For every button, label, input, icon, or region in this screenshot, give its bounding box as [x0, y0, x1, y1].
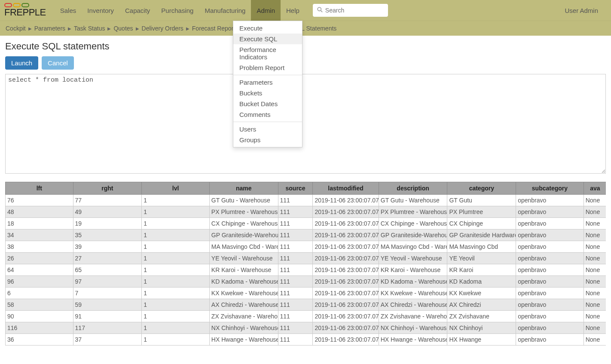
column-header-category[interactable]: category: [447, 182, 516, 195]
sql-textarea[interactable]: [5, 74, 606, 174]
cell-name[interactable]: KR Karoi - Warehouse: [209, 264, 278, 276]
column-header-name[interactable]: name: [209, 182, 278, 195]
search-box[interactable]: [313, 4, 388, 17]
dropdown-item-execute-sql[interactable]: Execute SQL: [233, 34, 302, 44]
nav-item-capacity[interactable]: Capacity: [119, 0, 156, 21]
cell-lvl[interactable]: 1: [142, 288, 210, 299]
cell-category[interactable]: GT Gutu: [447, 195, 516, 206]
table-row[interactable]: 48491PX Plumtree - Warehouse1112019-11-0…: [6, 206, 606, 218]
table-row[interactable]: 18191CX Chipinge - Warehouse1112019-11-0…: [6, 218, 606, 229]
cell-source[interactable]: 111: [278, 322, 313, 334]
cell-description[interactable]: YE Yeovil - Warehouse: [379, 253, 447, 264]
column-header-ava[interactable]: ava: [584, 182, 606, 195]
cell-source[interactable]: 111: [278, 299, 313, 311]
cell-category[interactable]: KD Kadoma: [447, 276, 516, 288]
table-row[interactable]: 64651KR Karoi - Warehouse1112019-11-06 2…: [6, 264, 606, 276]
cell-subcategory[interactable]: openbravo: [516, 218, 584, 229]
cell-source[interactable]: 111: [278, 229, 313, 241]
cell-subcategory[interactable]: openbravo: [516, 206, 584, 218]
cell-description[interactable]: KX Kwekwe - Warehouse: [379, 288, 447, 299]
cell-subcategory[interactable]: openbravo: [516, 299, 584, 311]
cell-lastmodified[interactable]: 2019-11-06 23:00:07.079: [313, 322, 379, 334]
cell-rght[interactable]: 27: [73, 253, 142, 264]
cell-category[interactable]: AX Chiredzi: [447, 299, 516, 311]
cell-lft[interactable]: 90: [6, 311, 73, 322]
cell-name[interactable]: ZX Zvishavane - Warehouse: [209, 311, 278, 322]
cell-rght[interactable]: 91: [73, 311, 142, 322]
cell-name[interactable]: HX Hwange - Warehouse: [209, 334, 278, 346]
cell-lvl[interactable]: 1: [142, 311, 210, 322]
user-menu[interactable]: User Admin: [565, 7, 598, 14]
cell-lft[interactable]: 64: [6, 264, 73, 276]
cell-lastmodified[interactable]: 2019-11-06 23:00:07.079: [313, 288, 379, 299]
cell-description[interactable]: CX Chipinge - Warehouse: [379, 218, 447, 229]
cell-subcategory[interactable]: openbravo: [516, 334, 584, 346]
cell-category[interactable]: NX Chinhoyi: [447, 322, 516, 334]
dropdown-item-parameters[interactable]: Parameters: [233, 77, 302, 88]
cell-source[interactable]: 111: [278, 276, 313, 288]
cell-category[interactable]: HX Hwange: [447, 334, 516, 346]
table-row[interactable]: 96971KD Kadoma - Warehouse1112019-11-06 …: [6, 276, 606, 288]
breadcrumb-item[interactable]: Task Status: [73, 25, 106, 32]
dropdown-item-problem-report[interactable]: Problem Report: [233, 62, 302, 73]
cell-category[interactable]: KR Karoi: [447, 264, 516, 276]
table-row[interactable]: 38391MA Masvingo Cbd - Warehouse1112019-…: [6, 241, 606, 253]
cell-lvl[interactable]: 1: [142, 241, 210, 253]
dropdown-item-execute[interactable]: Execute: [233, 23, 302, 34]
cell-category[interactable]: GP Graniteside Hardware: [447, 229, 516, 241]
breadcrumb-item[interactable]: Delivery Orders: [141, 25, 185, 32]
nav-item-admin[interactable]: Admin: [251, 0, 281, 21]
cell-description[interactable]: PX Plumtree - Warehouse: [379, 206, 447, 218]
cell-lastmodified[interactable]: 2019-11-06 23:00:07.079: [313, 299, 379, 311]
column-header-description[interactable]: description: [379, 182, 447, 195]
cell-name[interactable]: KX Kwekwe - Warehouse: [209, 288, 278, 299]
cell-name[interactable]: KD Kadoma - Warehouse: [209, 276, 278, 288]
cell-lvl[interactable]: 1: [142, 276, 210, 288]
cell-lastmodified[interactable]: 2019-11-06 23:00:07.079: [313, 334, 379, 346]
cell-source[interactable]: 111: [278, 195, 313, 206]
cell-lvl[interactable]: 1: [142, 264, 210, 276]
cell-rght[interactable]: 59: [73, 299, 142, 311]
cell-rght[interactable]: 37: [73, 334, 142, 346]
table-row[interactable]: 1161171NX Chinhoyi - Warehouse1112019-11…: [6, 322, 606, 334]
cell-rght[interactable]: 49: [73, 206, 142, 218]
cell-lvl[interactable]: 1: [142, 206, 210, 218]
cell-source[interactable]: 111: [278, 241, 313, 253]
cell-source[interactable]: 111: [278, 253, 313, 264]
cell-name[interactable]: CX Chipinge - Warehouse: [209, 218, 278, 229]
cell-category[interactable]: PX Plumtree: [447, 206, 516, 218]
cell-rght[interactable]: 19: [73, 218, 142, 229]
cell-name[interactable]: MA Masvingo Cbd - Warehouse: [209, 241, 278, 253]
cell-subcategory[interactable]: openbravo: [516, 253, 584, 264]
table-row[interactable]: 671KX Kwekwe - Warehouse1112019-11-06 23…: [6, 288, 606, 299]
table-row[interactable]: 36371HX Hwange - Warehouse1112019-11-06 …: [6, 334, 606, 346]
cell-category[interactable]: MA Masvingo Cbd: [447, 241, 516, 253]
cell-subcategory[interactable]: openbravo: [516, 195, 584, 206]
cell-rght[interactable]: 7: [73, 288, 142, 299]
column-header-source[interactable]: source: [278, 182, 313, 195]
cell-description[interactable]: HX Hwange - Warehouse: [379, 334, 447, 346]
cell-source[interactable]: 111: [278, 288, 313, 299]
dropdown-item-groups[interactable]: Groups: [233, 135, 302, 145]
cell-category[interactable]: ZX Zvishavane: [447, 311, 516, 322]
cell-source[interactable]: 111: [278, 264, 313, 276]
cell-rght[interactable]: 39: [73, 241, 142, 253]
column-header-rght[interactable]: rght: [73, 182, 142, 195]
cell-description[interactable]: NX Chinhoyi - Warehouse: [379, 322, 447, 334]
cell-lastmodified[interactable]: 2019-11-06 23:00:07.079: [313, 241, 379, 253]
cell-lvl[interactable]: 1: [142, 218, 210, 229]
cell-lft[interactable]: 36: [6, 334, 73, 346]
cell-source[interactable]: 111: [278, 218, 313, 229]
cell-source[interactable]: 111: [278, 206, 313, 218]
cell-rght[interactable]: 65: [73, 264, 142, 276]
cell-lft[interactable]: 6: [6, 288, 73, 299]
cell-name[interactable]: PX Plumtree - Warehouse: [209, 206, 278, 218]
cell-source[interactable]: 111: [278, 311, 313, 322]
cell-lastmodified[interactable]: 2019-11-06 23:00:07.079: [313, 229, 379, 241]
cell-subcategory[interactable]: openbravo: [516, 288, 584, 299]
cell-subcategory[interactable]: openbravo: [516, 311, 584, 322]
table-row[interactable]: 76771GT Gutu - Warehouse1112019-11-06 23…: [6, 195, 606, 206]
cell-description[interactable]: MA Masvingo Cbd - Warehouse: [379, 241, 447, 253]
cell-lastmodified[interactable]: 2019-11-06 23:00:07.079: [313, 206, 379, 218]
nav-item-help[interactable]: Help: [281, 0, 305, 21]
